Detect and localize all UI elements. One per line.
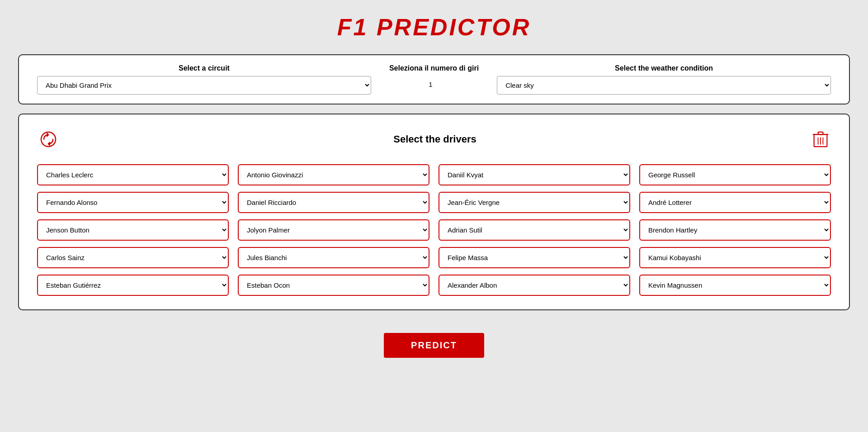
driver-select-11[interactable]: Adrian SutilAlexander AlbonAndré Lottere… xyxy=(439,219,630,241)
page-title: F1 PREDICTOR xyxy=(0,0,868,50)
drivers-title: Select the drivers xyxy=(60,133,810,145)
driver-select-12[interactable]: Adrian SutilAlexander AlbonAndré Lottere… xyxy=(639,219,831,241)
refresh-button[interactable] xyxy=(37,128,60,151)
driver-select-18[interactable]: Adrian SutilAlexander AlbonAndré Lottere… xyxy=(238,275,429,296)
drivers-panel: Select the drivers Adrian SutilAlexander… xyxy=(18,114,850,310)
weather-field-group: Select the weather condition Clear skyFe… xyxy=(497,64,831,95)
laps-input[interactable] xyxy=(416,76,452,93)
driver-select-6[interactable]: Adrian SutilAlexander AlbonAndré Lottere… xyxy=(238,192,429,213)
driver-select-19[interactable]: Adrian SutilAlexander AlbonAndré Lottere… xyxy=(439,275,630,296)
predict-section: PREDICT xyxy=(0,319,868,371)
driver-select-8[interactable]: Adrian SutilAlexander AlbonAndré Lottere… xyxy=(639,192,831,213)
driver-select-13[interactable]: Adrian SutilAlexander AlbonAndré Lottere… xyxy=(37,247,229,268)
drivers-header: Select the drivers xyxy=(37,128,831,151)
driver-select-3[interactable]: Adrian SutilAlexander AlbonAndré Lottere… xyxy=(439,164,630,185)
circuit-label: Select a circuit xyxy=(37,64,371,72)
driver-select-5[interactable]: Adrian SutilAlexander AlbonAndré Lottere… xyxy=(37,192,229,213)
settings-panel: Select a circuit Abu Dhabi Grand PrixAus… xyxy=(18,54,850,104)
laps-field-group: Seleziona il numero di giri xyxy=(389,64,479,93)
refresh-icon xyxy=(39,130,57,148)
driver-select-10[interactable]: Adrian SutilAlexander AlbonAndré Lottere… xyxy=(238,219,429,241)
circuit-field-group: Select a circuit Abu Dhabi Grand PrixAus… xyxy=(37,64,371,95)
driver-select-4[interactable]: Adrian SutilAlexander AlbonAndré Lottere… xyxy=(639,164,831,185)
trash-icon xyxy=(812,131,829,147)
driver-select-16[interactable]: Adrian SutilAlexander AlbonAndré Lottere… xyxy=(639,247,831,268)
driver-select-20[interactable]: Adrian SutilAlexander AlbonAndré Lottere… xyxy=(639,275,831,296)
weather-select[interactable]: Clear skyFew cloudsOvercast cloudsLight … xyxy=(497,76,831,95)
svg-rect-3 xyxy=(818,132,823,134)
weather-label: Select the weather condition xyxy=(497,64,831,72)
drivers-grid: Adrian SutilAlexander AlbonAndré Lottere… xyxy=(37,164,831,296)
driver-select-14[interactable]: Adrian SutilAlexander AlbonAndré Lottere… xyxy=(238,247,429,268)
clear-button[interactable] xyxy=(810,129,831,150)
driver-select-17[interactable]: Adrian SutilAlexander AlbonAndré Lottere… xyxy=(37,275,229,296)
driver-select-7[interactable]: Adrian SutilAlexander AlbonAndré Lottere… xyxy=(439,192,630,213)
circuit-select[interactable]: Abu Dhabi Grand PrixAustralian Grand Pri… xyxy=(37,76,371,95)
driver-select-1[interactable]: Adrian SutilAlexander AlbonAndré Lottere… xyxy=(37,164,229,185)
driver-select-9[interactable]: Adrian SutilAlexander AlbonAndré Lottere… xyxy=(37,219,229,241)
laps-label: Seleziona il numero di giri xyxy=(389,64,479,72)
driver-select-15[interactable]: Adrian SutilAlexander AlbonAndré Lottere… xyxy=(439,247,630,268)
driver-select-2[interactable]: Adrian SutilAlexander AlbonAndré Lottere… xyxy=(238,164,429,185)
predict-button[interactable]: PREDICT xyxy=(384,333,484,358)
